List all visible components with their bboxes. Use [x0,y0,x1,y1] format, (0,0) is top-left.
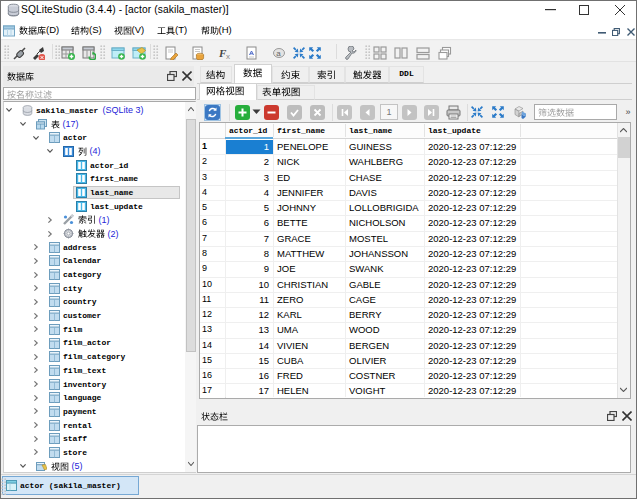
svg-text:a: a [276,49,281,58]
svg-text:x: x [226,52,230,60]
